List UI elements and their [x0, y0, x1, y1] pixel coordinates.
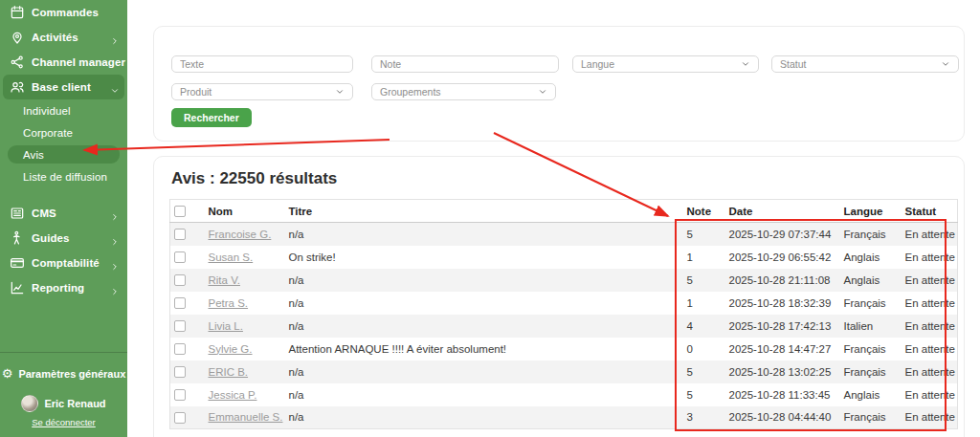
langue-select-value: Langue [581, 58, 614, 70]
credit-card-icon [10, 255, 25, 271]
review-name-link[interactable]: Francoise G. [209, 229, 272, 240]
sidebar-item-label: Reporting [32, 282, 84, 294]
review-name-link[interactable]: ERIC B. [209, 366, 249, 378]
cell-date: 2025-10-28 04:44:40 [725, 406, 840, 429]
texte-input[interactable] [171, 55, 353, 73]
row-checkbox-cell [170, 361, 205, 383]
sidebar-item-individuel[interactable]: Individuel [0, 99, 127, 121]
review-name-link[interactable]: Susan S. [209, 251, 254, 263]
review-name-link[interactable]: Petra S. [209, 297, 249, 309]
cell-statut: En attente [902, 338, 958, 361]
cell-nom: Petra S. [205, 292, 285, 315]
table-row: Livia L.n/a42025-10-28 17:42:13ItalienEn… [170, 315, 958, 338]
chevron-down-icon [335, 87, 345, 97]
gear-icon: ⚙ [2, 367, 13, 380]
row-checkbox[interactable] [174, 412, 186, 424]
column-header-date: Date [725, 200, 840, 223]
cell-statut: En attente [902, 223, 958, 246]
logout-link[interactable]: Se déconnecter [0, 417, 127, 427]
cell-langue: Anglais [840, 383, 902, 406]
note-input[interactable] [371, 55, 559, 73]
select-all-checkbox[interactable] [174, 206, 186, 217]
results-table: Nom Titre Note Date Langue Statut Franco… [169, 199, 958, 429]
sidebar-item-channel-manager[interactable]: Channel manager [0, 50, 127, 75]
review-name-link[interactable]: Emmanuelle S. [209, 411, 283, 423]
row-checkbox[interactable] [174, 320, 186, 332]
chart-icon [10, 280, 25, 295]
cell-nom: Sylvie G. [205, 338, 285, 361]
column-header-langue: Langue [840, 200, 902, 223]
chevron-down-icon [741, 59, 750, 69]
sidebar-item-guides[interactable]: Guides [0, 226, 127, 251]
chevron-right-icon [110, 233, 120, 243]
statut-select[interactable]: Statut [771, 55, 959, 73]
chevron-down-icon [110, 82, 120, 92]
user-profile[interactable]: Eric Renaud [0, 395, 127, 412]
groupements-select[interactable]: Groupements [371, 83, 556, 100]
sidebar-item-activites[interactable]: Activités [0, 25, 127, 50]
calendar-icon [10, 5, 25, 20]
row-checkbox-cell [170, 269, 205, 292]
sidebar-item-cms[interactable]: CMS [0, 201, 127, 226]
avatar [21, 395, 38, 412]
cell-date: 2025-10-28 17:42:13 [725, 315, 840, 338]
chevron-right-icon [110, 33, 120, 42]
sidebar-item-label: Corporate [23, 127, 73, 139]
guide-person-icon [10, 230, 25, 246]
sidebar-item-reporting[interactable]: Reporting [0, 275, 127, 300]
table-row: ERIC B.n/a52025-10-28 13:02:25FrançaisEn… [170, 361, 958, 383]
row-checkbox[interactable] [174, 389, 186, 401]
row-checkbox[interactable] [174, 274, 186, 286]
cell-statut: En attente [902, 315, 958, 338]
sidebar-item-avis[interactable]: Avis [8, 145, 120, 164]
sidebar-item-liste-de-diffusion[interactable]: Liste de diffusion [0, 165, 127, 187]
row-checkbox-cell [170, 338, 205, 361]
cell-langue: Anglais [840, 269, 902, 292]
sidebar-footer: ⚙ Paramètres généraux Eric Renaud Se déc… [0, 352, 127, 437]
cell-langue: Français [840, 406, 902, 429]
user-name: Eric Renaud [44, 398, 105, 409]
review-name-link[interactable]: Rita V. [209, 274, 240, 286]
table-row: Sylvie G.Attention ARNAQUE !!!! A éviter… [170, 338, 958, 361]
cell-langue: Italien [840, 315, 902, 338]
settings-button[interactable]: ⚙ Paramètres généraux [0, 367, 127, 380]
filter-panel: Langue Statut Produit Groupements Recher… [153, 26, 965, 142]
settings-label: Paramètres généraux [18, 368, 125, 380]
chevron-right-icon [110, 258, 120, 268]
sidebar-item-label: Commandes [32, 7, 99, 18]
langue-select[interactable]: Langue [572, 55, 759, 73]
cell-titre: n/a [285, 361, 683, 383]
row-checkbox-cell [170, 246, 205, 269]
results-panel: Avis : 22550 résultats Nom Titre Note Da… [153, 156, 965, 437]
sidebar-item-corporate[interactable]: Corporate [0, 121, 127, 143]
sidebar-item-commandes[interactable]: Commandes [0, 0, 127, 25]
cell-statut: En attente [902, 246, 958, 269]
sidebar-item-base-client[interactable]: Base client [3, 75, 124, 99]
cell-nom: Emmanuelle S. [205, 406, 285, 429]
users-icon [10, 79, 25, 95]
cell-titre: n/a [285, 315, 683, 338]
column-header-nom: Nom [205, 200, 285, 223]
header-checkbox-cell [170, 200, 205, 223]
cell-titre: On strike! [285, 246, 683, 269]
review-name-link[interactable]: Livia L. [209, 320, 243, 332]
search-button[interactable]: Rechercher [171, 108, 252, 127]
row-checkbox[interactable] [174, 343, 186, 355]
row-checkbox[interactable] [174, 366, 186, 378]
table-row: Rita V.n/a52025-10-28 21:11:08AnglaisEn … [170, 269, 958, 292]
row-checkbox-cell [170, 383, 205, 406]
sidebar-item-comptabilite[interactable]: Comptabilité [0, 251, 127, 275]
produit-select[interactable]: Produit [171, 83, 353, 100]
row-checkbox[interactable] [174, 297, 186, 309]
review-name-link[interactable]: Sylvie G. [209, 343, 253, 355]
cell-statut: En attente [902, 361, 958, 383]
sidebar-item-label: CMS [32, 208, 56, 219]
cell-note: 0 [683, 338, 725, 361]
review-name-link[interactable]: Jessica P. [209, 389, 257, 401]
cell-titre: Attention ARNAQUE !!!! A éviter absolume… [285, 338, 683, 361]
row-checkbox[interactable] [174, 229, 186, 240]
row-checkbox[interactable] [174, 251, 186, 263]
statut-select-value: Statut [780, 58, 806, 70]
cell-titre: n/a [285, 292, 683, 315]
sidebar-item-label: Guides [32, 232, 70, 244]
